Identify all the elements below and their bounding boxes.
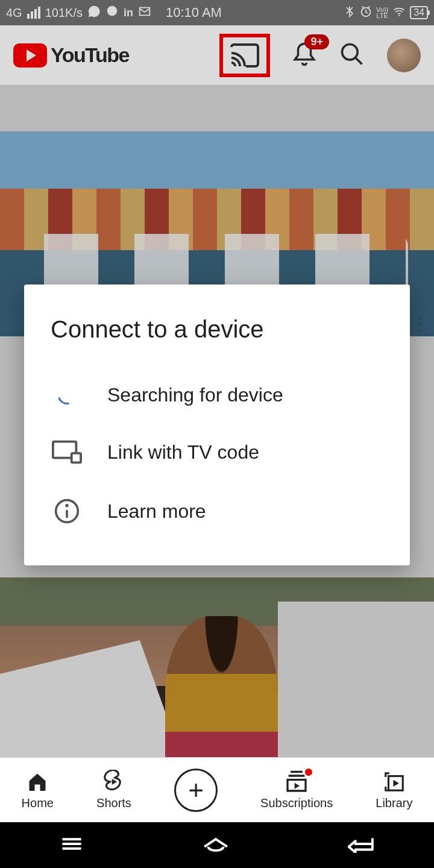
nav-subs-label: Subscriptions bbox=[260, 796, 333, 810]
system-nav bbox=[0, 822, 434, 868]
create-button[interactable]: + bbox=[174, 769, 218, 812]
shorts-icon bbox=[104, 770, 124, 794]
link-tv-row[interactable]: Link with TV code bbox=[24, 423, 410, 481]
dialog-title: Connect to a device bbox=[24, 309, 410, 367]
nav-library[interactable]: Library bbox=[376, 770, 412, 810]
home-icon bbox=[27, 770, 48, 794]
nav-shorts[interactable]: Shorts bbox=[96, 770, 131, 810]
plus-icon: + bbox=[188, 775, 204, 805]
subscriptions-icon bbox=[285, 770, 309, 794]
learn-more-label: Learn more bbox=[107, 500, 206, 523]
home-button[interactable] bbox=[203, 835, 229, 855]
nav-subscriptions[interactable]: Subscriptions bbox=[260, 770, 333, 810]
link-tv-label: Link with TV code bbox=[107, 441, 259, 464]
searching-row: Searching for device bbox=[24, 367, 410, 423]
nav-library-label: Library bbox=[376, 796, 412, 810]
bottom-nav: Home Shorts + Subscriptions Library bbox=[0, 757, 434, 822]
svg-rect-6 bbox=[72, 453, 81, 462]
spinner-icon bbox=[55, 383, 80, 407]
cast-dialog: Connect to a device Searching for device… bbox=[24, 285, 410, 565]
learn-more-row[interactable]: Learn more bbox=[24, 481, 410, 541]
tv-link-icon bbox=[52, 440, 82, 464]
back-button[interactable] bbox=[348, 835, 374, 855]
nav-home[interactable]: Home bbox=[22, 770, 54, 810]
nav-home-label: Home bbox=[22, 796, 54, 810]
nav-shorts-label: Shorts bbox=[96, 796, 131, 810]
library-icon bbox=[383, 770, 406, 794]
recent-apps-button[interactable] bbox=[60, 835, 84, 855]
searching-label: Searching for device bbox=[107, 384, 283, 406]
info-icon bbox=[54, 498, 80, 524]
svg-point-8 bbox=[65, 504, 69, 508]
